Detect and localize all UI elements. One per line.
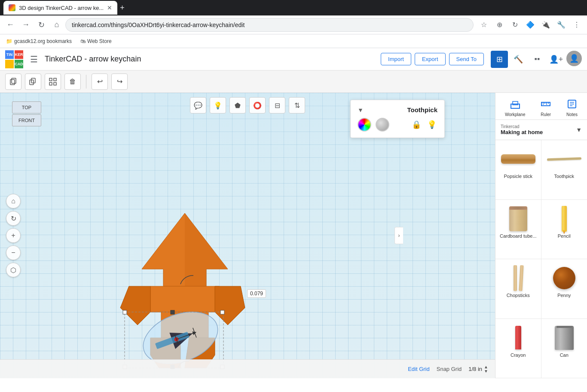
bookmarks-bar: 📁 gcasdk12.org bookmarks 🛍 Web Store: [0, 34, 587, 48]
forward-btn[interactable]: →: [19, 18, 33, 32]
hamburger-btn[interactable]: ☰: [28, 52, 40, 66]
ruler-icon: [541, 99, 551, 111]
back-btn[interactable]: ←: [3, 18, 17, 32]
right-panel-tabs: Workplane Ruler Notes: [495, 93, 587, 120]
flip-tool[interactable]: ⇅: [289, 97, 305, 113]
material-btn[interactable]: [376, 118, 389, 132]
add-user-btn[interactable]: 👤+: [547, 51, 565, 68]
tab-workplane[interactable]: Workplane: [501, 96, 529, 119]
duplicate-btn[interactable]: [25, 74, 41, 90]
shape-item-toothpick[interactable]: Toothpick: [541, 140, 587, 200]
export-btn[interactable]: Export: [415, 53, 446, 65]
bookmark-webstore-label: Web Store: [87, 38, 111, 44]
perspective-btn[interactable]: ⬡: [6, 263, 21, 277]
3d-view-btn[interactable]: 🔨: [510, 51, 527, 68]
import-btn[interactable]: Import: [381, 53, 411, 65]
category-provider: Tinkercad: [501, 124, 543, 129]
cardboard-label: Cardboard tube...: [500, 233, 537, 239]
align-tool[interactable]: ⊟: [269, 97, 285, 113]
snap-down-btn[interactable]: ▼: [484, 369, 488, 374]
menu-icon[interactable]: ⋮: [570, 18, 584, 32]
extension4-icon[interactable]: 🔧: [554, 18, 568, 32]
redo-btn[interactable]: ↪: [111, 74, 128, 90]
canvas-area[interactable]: 💬 💡 ⬟ ⭕ ⊟ ⇅ TOP FRONT ⌂ ↻ + − ⬡: [0, 93, 495, 378]
dimension-label: 0.079: [247, 289, 266, 298]
undo-btn[interactable]: ↩: [92, 74, 108, 90]
shape-item-crayon[interactable]: Crayon: [495, 319, 541, 379]
new-tab-btn[interactable]: +: [120, 3, 125, 12]
circle-tool[interactable]: ⭕: [249, 97, 266, 113]
svg-rect-28: [171, 310, 174, 314]
right-panel-collapse-btn[interactable]: ›: [394, 227, 403, 244]
shape-item-popsicle[interactable]: Popsicle stick: [495, 140, 541, 200]
category-name: Making at home: [501, 129, 543, 135]
tab-favicon: [9, 4, 15, 11]
svg-rect-5: [54, 78, 56, 81]
app-title: TinkerCAD - arrow keychain: [45, 55, 141, 64]
snap-stepper: ▲ ▼: [484, 365, 488, 374]
nav-bar: ← → ↻ ⌂ ☆ ⊕ ↻ 🔷 🔌 🔧 ⋮: [0, 15, 587, 34]
group-btn[interactable]: [45, 74, 61, 90]
workplane-label: Workplane: [505, 112, 526, 117]
selected-shape-name: Toothpick: [407, 106, 437, 113]
active-tab[interactable]: 3D design TinkerCAD - arrow ke... ✕: [3, 1, 117, 15]
lock-btn[interactable]: 🔒: [411, 119, 422, 130]
orbit-btn[interactable]: ↻: [6, 211, 21, 226]
home-view-btn[interactable]: ⌂: [6, 194, 21, 208]
header-right: Import Export Send To ⊞ 🔨 ▪▪ 👤+ 👤: [381, 51, 582, 68]
tab-ruler[interactable]: Ruler: [537, 96, 554, 119]
toolbar-separator: [86, 75, 86, 89]
color-picker-btn[interactable]: [358, 118, 371, 132]
tinkercad-logo: TIN KER CAD: [5, 50, 23, 68]
can-label: Can: [560, 352, 569, 358]
shape-color-row: 🔒 💡: [358, 118, 437, 132]
home-btn[interactable]: ⌂: [50, 18, 64, 32]
notes-label: Notes: [566, 112, 578, 117]
shape-item-pencil[interactable]: Pencil: [541, 200, 587, 260]
layers-btn[interactable]: ▪▪: [529, 51, 546, 68]
shape-item-cardboard[interactable]: Cardboard tube...: [495, 200, 541, 260]
snap-up-btn[interactable]: ▲: [484, 365, 488, 369]
refresh-btn[interactable]: ↻: [34, 18, 48, 32]
snap-grid-label: Snap Grid: [437, 366, 462, 372]
edit-grid-btn[interactable]: Edit Grid: [408, 366, 430, 372]
bookmark-webstore[interactable]: 🛍 Web Store: [78, 37, 114, 45]
shape-item-chopsticks[interactable]: Chopsticks: [495, 259, 541, 319]
sync-icon[interactable]: ↻: [508, 18, 522, 32]
can-thumb: [547, 325, 581, 351]
bookmark-gcasdk[interactable]: 📁 gcasdk12.org bookmarks: [3, 37, 74, 45]
comment-tool[interactable]: 💬: [190, 97, 206, 113]
extension2-icon[interactable]: 🔷: [523, 18, 537, 32]
send-to-btn[interactable]: Send To: [449, 53, 484, 65]
shape-tool[interactable]: ⬟: [229, 97, 246, 113]
chopsticks-label: Chopsticks: [507, 293, 530, 298]
zoom-in-btn[interactable]: +: [6, 228, 21, 243]
bookmark-star-icon[interactable]: ☆: [477, 18, 491, 32]
copy-btn[interactable]: [5, 74, 21, 90]
svg-rect-6: [49, 83, 52, 85]
grid-view-btn[interactable]: ⊞: [491, 51, 508, 68]
cardboard-img: [509, 206, 527, 231]
user-avatar[interactable]: 👤: [566, 51, 582, 66]
panel-collapse-btn[interactable]: ▼: [358, 107, 364, 113]
chopstick1-img: [514, 265, 517, 291]
category-chevron[interactable]: ▼: [576, 126, 582, 133]
zoom-out-btn[interactable]: −: [6, 245, 21, 260]
address-bar[interactable]: [65, 18, 474, 32]
light-visibility-btn[interactable]: 💡: [426, 119, 437, 130]
shape-item-penny[interactable]: Penny: [541, 259, 587, 319]
svg-rect-32: [541, 102, 550, 106]
tab-close-btn[interactable]: ✕: [107, 4, 112, 11]
shape-item-can[interactable]: Can: [541, 319, 587, 379]
light-tool[interactable]: 💡: [210, 97, 226, 113]
tab-notes[interactable]: Notes: [563, 96, 581, 119]
extension3-icon[interactable]: 🔌: [539, 18, 553, 32]
bookmark-gcasdk-label: gcasdk12.org bookmarks: [14, 38, 72, 44]
extension-icon[interactable]: ⊕: [492, 18, 506, 32]
ruler-label: Ruler: [541, 112, 551, 117]
delete-btn[interactable]: 🗑: [64, 74, 81, 90]
canvas-toolbar: 💬 💡 ⬟ ⭕ ⊟ ⇅: [190, 97, 305, 113]
penny-label: Penny: [557, 293, 571, 298]
view-front[interactable]: FRONT: [12, 114, 41, 126]
view-top[interactable]: TOP: [12, 101, 41, 113]
